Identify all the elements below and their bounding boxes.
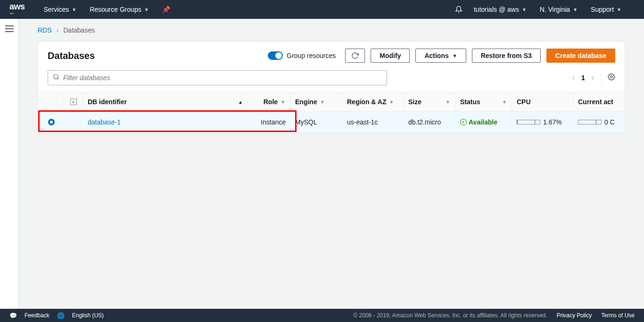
col-region[interactable]: Region & AZ ▼ (342, 92, 404, 111)
db-identifier-link[interactable]: database-1 (88, 118, 121, 126)
col-status[interactable]: Status ▼ (455, 92, 512, 111)
nav-resource-groups[interactable]: Resource Groups ▼ (90, 6, 149, 13)
breadcrumb-root[interactable]: RDS (38, 26, 52, 34)
col-role[interactable]: Role ▼ (248, 92, 290, 111)
row-cpu-value: 1.67% (543, 118, 562, 126)
col-db-identifier[interactable]: DB identifier ▲ (83, 92, 248, 111)
search-input[interactable] (63, 74, 382, 82)
divider (601, 72, 601, 83)
radio-selected-icon (48, 119, 55, 125)
databases-panel: Databases Group resources Modify Actions… (38, 41, 625, 133)
nav-support-label: Support (591, 6, 614, 13)
breadcrumb: RDS › Databases (19, 19, 644, 41)
col-size[interactable]: Size ▼ (404, 92, 455, 111)
notifications-icon[interactable] (455, 6, 462, 13)
nav-services-label: Services (44, 6, 69, 13)
col-engine[interactable]: Engine ▼ (290, 92, 342, 111)
footer-feedback[interactable]: Feedback (25, 312, 50, 319)
caret-down-icon: ▼ (617, 7, 621, 12)
row-cpu: 1.67% (512, 112, 573, 132)
restore-button[interactable]: Restore from S3 (472, 49, 541, 63)
hamburger-icon[interactable] (5, 25, 14, 32)
footer: 💬 Feedback 🌐 English (US) © 2008 - 2019,… (0, 309, 644, 322)
group-resources-toggle-wrap: Group resources (268, 51, 336, 60)
main-content: RDS › Databases Databases Group resource… (19, 19, 644, 309)
row-engine-value: MySQL (295, 118, 317, 126)
nav-services[interactable]: Services ▼ (44, 6, 77, 13)
nav-support[interactable]: Support ▼ (591, 6, 621, 13)
modify-button[interactable]: Modify (371, 49, 410, 63)
svg-line-1 (58, 78, 59, 80)
col-expand[interactable]: + (64, 92, 83, 111)
databases-table: + DB identifier ▲ Role ▼ Engine ▼ Region… (38, 92, 625, 133)
refresh-button[interactable] (345, 49, 365, 63)
col-cpu[interactable]: CPU (512, 92, 573, 111)
caret-down-icon: ▼ (72, 7, 76, 12)
pin-icon[interactable]: 📌 (162, 6, 170, 13)
col-db-identifier-label: DB identifier (88, 98, 127, 106)
search-box[interactable] (48, 70, 387, 85)
col-select (38, 92, 64, 111)
cpu-meter (517, 120, 540, 124)
pagination: ‹ 1 › (572, 72, 615, 83)
table-row[interactable]: database-1 Instance MySQL us-east-1c db.… (38, 112, 625, 133)
feedback-icon: 💬 (9, 312, 17, 319)
row-region: us-east-1c (342, 112, 404, 132)
sort-icon: ▼ (446, 99, 450, 105)
svg-point-0 (54, 74, 58, 79)
sort-icon: ▼ (502, 99, 507, 105)
sort-asc-icon: ▲ (238, 99, 243, 105)
top-nav: aws ⌣ Services ▼ Resource Groups ▼ 📌 tut… (0, 0, 644, 19)
caret-down-icon: ▼ (573, 7, 578, 12)
row-role: Instance (248, 112, 290, 132)
page-next-icon[interactable]: › (592, 74, 594, 82)
group-resources-toggle[interactable] (268, 51, 283, 60)
create-database-label: Create database (555, 52, 606, 59)
row-role-value: Instance (261, 118, 286, 126)
actions-button-label: Actions (424, 52, 448, 59)
globe-icon: 🌐 (57, 312, 65, 319)
col-status-label: Status (460, 98, 480, 106)
row-size-value: db.t2.micro (408, 118, 441, 126)
settings-icon[interactable] (608, 73, 615, 83)
page-prev-icon[interactable]: ‹ (572, 74, 575, 82)
row-id[interactable]: database-1 (83, 112, 248, 132)
row-radio[interactable] (38, 112, 64, 132)
actions-button[interactable]: Actions ▼ (415, 49, 466, 63)
aws-logo[interactable]: aws ⌣ (9, 2, 25, 17)
page-title: Databases (48, 50, 95, 61)
nav-resource-groups-label: Resource Groups (90, 6, 141, 13)
restore-button-label: Restore from S3 (481, 52, 532, 59)
aws-smile-icon: ⌣ (9, 9, 25, 17)
nav-account[interactable]: tutorials @ aws ▼ (474, 6, 527, 13)
col-role-label: Role (264, 98, 278, 106)
row-engine: MySQL (290, 112, 342, 132)
row-activity: 0 C (573, 112, 625, 132)
nav-region[interactable]: N. Virginia ▼ (540, 6, 578, 13)
row-expand[interactable] (64, 112, 83, 132)
caret-down-icon: ▼ (144, 7, 149, 12)
page-number: 1 (581, 74, 585, 82)
row-size: db.t2.micro (404, 112, 455, 132)
panel-header: Databases Group resources Modify Actions… (38, 42, 625, 66)
col-activity[interactable]: Current act (573, 92, 625, 111)
sort-icon: ▼ (281, 99, 285, 105)
footer-privacy[interactable]: Privacy Policy (557, 312, 592, 319)
footer-terms[interactable]: Terms of Use (601, 312, 635, 319)
col-activity-label: Current act (578, 98, 613, 106)
row-status-value: Available (469, 118, 497, 126)
footer-copyright: © 2008 - 2019, Amazon Web Services, Inc.… (353, 312, 547, 319)
col-size-label: Size (408, 98, 421, 106)
filter-row: ‹ 1 › (38, 66, 625, 92)
activity-meter (578, 120, 602, 124)
group-resources-label: Group resources (287, 52, 336, 59)
col-engine-label: Engine (295, 98, 317, 106)
row-region-value: us-east-1c (347, 118, 378, 126)
side-strip (0, 19, 19, 309)
create-database-button[interactable]: Create database (546, 49, 615, 63)
status-badge: ✓ Available (460, 118, 497, 126)
footer-language[interactable]: English (US) (72, 312, 104, 319)
nav-region-label: N. Virginia (540, 6, 570, 13)
sort-icon: ▼ (320, 99, 325, 105)
sort-icon: ▼ (389, 99, 394, 105)
